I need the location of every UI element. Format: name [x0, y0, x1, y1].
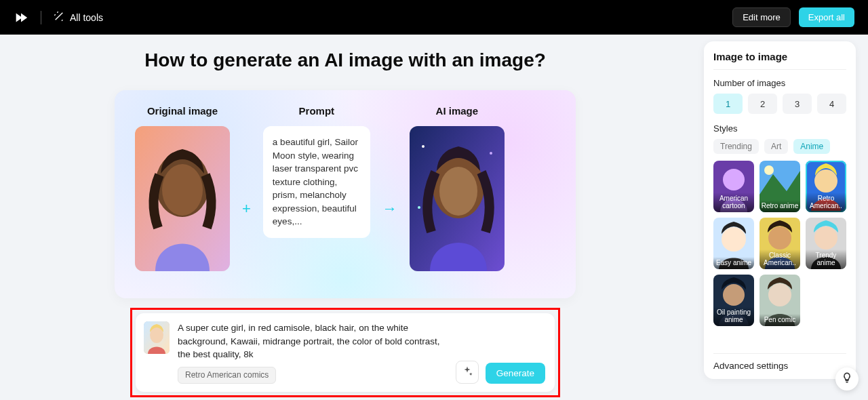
ai-image [410, 126, 505, 271]
app-logo [14, 10, 28, 25]
svg-point-23 [814, 226, 837, 249]
style-retro-american[interactable]: Retro American.. [806, 161, 846, 212]
style-label: Easy anime [713, 257, 754, 269]
styles-label: Styles [713, 123, 846, 134]
arrow-icon: → [382, 200, 397, 218]
style-easy-anime[interactable]: Easy anime [713, 218, 754, 269]
num-option-3[interactable]: 3 [783, 94, 812, 114]
num-images-label: Number of images [713, 78, 846, 88]
svg-point-19 [722, 227, 746, 252]
style-classic-american[interactable]: Classic American.. [760, 218, 800, 269]
prompt-text: a beautiful girl, Sailor Moon style, wea… [263, 126, 370, 238]
plus-icon: + [242, 200, 251, 218]
style-label: Pen comic [760, 314, 800, 326]
prompt-input-text[interactable]: A super cute girl, in red camisole, blac… [178, 321, 448, 384]
generate-button[interactable]: Generate [486, 363, 545, 384]
original-image [135, 126, 230, 271]
style-pen-comic[interactable]: Pen comic [760, 275, 800, 326]
enhance-prompt-button[interactable] [456, 361, 479, 384]
ai-image-label: AI image [436, 105, 479, 117]
original-image-label: Original image [147, 105, 218, 117]
topbar: All tools Edit more Export all [0, 0, 868, 35]
svg-point-27 [768, 283, 791, 306]
style-oil-painting-anime[interactable]: Oil painting anime [713, 275, 754, 326]
help-button[interactable] [835, 367, 859, 391]
svg-point-12 [723, 169, 745, 191]
svg-point-7 [490, 152, 492, 155]
tab-trending[interactable]: Trending [713, 139, 759, 154]
svg-point-5 [439, 167, 477, 216]
style-label: Retro American.. [806, 193, 846, 212]
style-label: Oil painting anime [713, 306, 754, 326]
wand-icon [54, 11, 64, 24]
num-option-2[interactable]: 2 [748, 94, 777, 114]
sparkle-icon [461, 365, 473, 380]
style-label: Trendy anime [806, 249, 846, 269]
num-option-4[interactable]: 4 [817, 94, 846, 114]
settings-panel: Image to image Number of images 1 2 3 4 … [704, 41, 856, 379]
prompt-label: Prompt [299, 105, 335, 117]
divider [713, 69, 846, 70]
svg-point-8 [418, 206, 420, 209]
hero-card: Original image + Prompt a beaut [115, 90, 576, 298]
svg-point-17 [814, 169, 837, 193]
advanced-settings-toggle[interactable]: Advanced settings [713, 353, 846, 371]
style-grid: American cartoon Retro anime Retro Ameri… [713, 161, 846, 326]
num-option-1[interactable]: 1 [713, 94, 743, 114]
all-tools-button[interactable]: All tools [54, 11, 103, 24]
num-images-row: 1 2 3 4 [713, 94, 846, 114]
svg-point-25 [723, 284, 745, 306]
style-label: American cartoon [713, 193, 754, 212]
tab-anime[interactable]: Anime [793, 139, 830, 154]
panel-title: Image to image [713, 51, 846, 62]
style-label: Classic American.. [760, 249, 800, 269]
export-all-button[interactable]: Export all [799, 7, 854, 27]
svg-point-15 [764, 165, 774, 175]
page-title: How to generate an AI image with an imag… [144, 49, 546, 71]
tab-art[interactable]: Art [764, 139, 788, 154]
edit-more-button[interactable]: Edit more [732, 7, 791, 27]
lightbulb-icon [841, 372, 853, 386]
style-trendy-anime[interactable]: Trendy anime [806, 218, 846, 269]
style-tabs: Trending Art Anime [713, 139, 846, 154]
prompt-input-block: A super cute girl, in red camisole, blac… [136, 313, 555, 392]
style-american-cartoon[interactable]: American cartoon [713, 161, 754, 212]
svg-point-6 [422, 145, 425, 148]
highlighted-region: A super cute girl, in red camisole, blac… [130, 308, 560, 397]
prompt-text-value: A super cute girl, in red camisole, blac… [178, 323, 439, 359]
svg-point-21 [768, 226, 791, 249]
uploaded-thumbnail[interactable] [144, 321, 170, 354]
style-retro-anime[interactable]: Retro anime [760, 161, 800, 212]
divider [41, 11, 41, 24]
style-label: Retro anime [760, 200, 800, 212]
style-tag-chip[interactable]: Retro American comics [178, 367, 276, 384]
all-tools-label: All tools [70, 12, 103, 23]
svg-point-2 [162, 164, 203, 216]
